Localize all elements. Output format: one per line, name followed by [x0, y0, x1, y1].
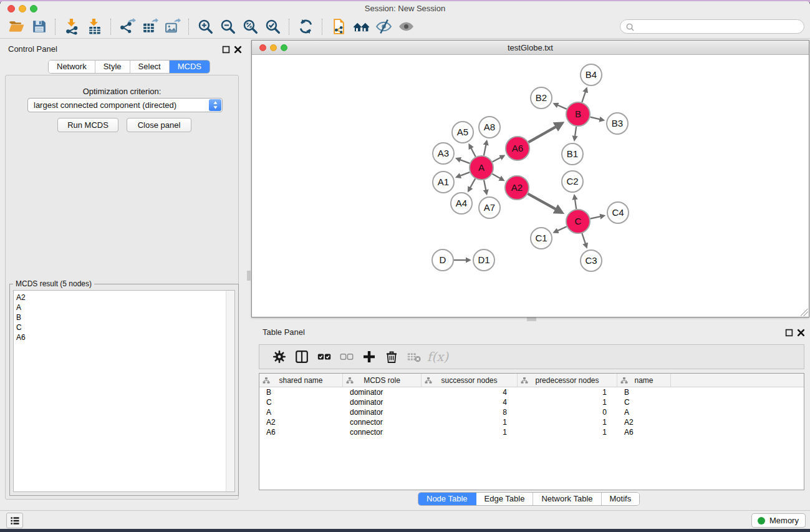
- edge-A-A8[interactable]: [484, 142, 487, 156]
- table-cell[interactable]: B: [617, 387, 671, 397]
- select-all-icon[interactable]: [313, 346, 335, 367]
- result-scrollbar[interactable]: [226, 291, 234, 491]
- table-cell[interactable]: 1: [518, 427, 617, 437]
- export-image-icon[interactable]: [161, 17, 183, 37]
- node-C1[interactable]: C1: [531, 228, 552, 249]
- node-A1[interactable]: A1: [433, 172, 454, 193]
- memory-button[interactable]: Memory: [751, 513, 806, 528]
- close-icon[interactable]: [797, 328, 805, 336]
- import-network-icon[interactable]: [60, 17, 83, 37]
- table-cell[interactable]: C: [617, 397, 671, 407]
- zoom-fit-icon[interactable]: [239, 17, 261, 37]
- table-row[interactable]: A2connector11A2: [259, 417, 804, 427]
- deselect-all-icon[interactable]: [335, 346, 358, 367]
- network-graph[interactable]: AA1A2A3A4A5A6A7A8BB1B2B3B4CC1C2C3C4DD1: [252, 55, 809, 317]
- node-B3[interactable]: B3: [607, 113, 628, 134]
- tab-motifs[interactable]: Motifs: [602, 493, 640, 505]
- node-A6[interactable]: A6: [506, 137, 529, 160]
- node-B4[interactable]: B4: [581, 64, 602, 85]
- edge-B-B4[interactable]: [582, 89, 586, 102]
- edge-C-C1[interactable]: [554, 226, 567, 232]
- float-icon[interactable]: [785, 328, 793, 336]
- vertical-splitter-handle[interactable]: [247, 271, 251, 281]
- result-list-item[interactable]: B: [14, 312, 234, 322]
- table-cell[interactable]: connector: [343, 427, 422, 437]
- edge-A6-B[interactable]: [528, 123, 562, 142]
- edge-C-C4[interactable]: [591, 216, 604, 219]
- houses-icon[interactable]: [350, 17, 372, 37]
- export-network-icon[interactable]: [116, 17, 138, 37]
- table-row[interactable]: Adominator80A: [259, 407, 804, 417]
- edge-A-A2[interactable]: [492, 174, 503, 180]
- float-icon[interactable]: [222, 45, 230, 53]
- edge-A-A1[interactable]: [457, 172, 470, 177]
- node-C4[interactable]: C4: [607, 202, 629, 223]
- search-input[interactable]: [637, 21, 799, 32]
- table-cell[interactable]: 1: [518, 387, 617, 397]
- edge-A-A7[interactable]: [484, 180, 486, 194]
- node-C2[interactable]: C2: [562, 171, 583, 192]
- split-panel-icon[interactable]: [291, 346, 313, 367]
- table-cell[interactable]: A: [617, 407, 671, 417]
- open-folder-icon[interactable]: [5, 17, 27, 37]
- table-cell[interactable]: 1: [518, 417, 617, 427]
- node-D[interactable]: D: [432, 249, 453, 271]
- column-header-MCDS-role[interactable]: MCDS role: [343, 374, 422, 387]
- column-header-predecessor-nodes[interactable]: predecessor nodes: [518, 374, 617, 387]
- edge-A2-C[interactable]: [528, 194, 562, 213]
- table-cell[interactable]: 1: [422, 417, 518, 427]
- node-D1[interactable]: D1: [473, 249, 494, 271]
- export-table-icon[interactable]: [138, 17, 161, 37]
- network-canvas[interactable]: AA1A2A3A4A5A6A7A8BB1B2B3B4CC1C2C3C4DD1: [252, 55, 809, 317]
- column-header-name[interactable]: name: [617, 374, 671, 387]
- node-B2[interactable]: B2: [531, 87, 552, 109]
- node-B1[interactable]: B1: [562, 143, 583, 165]
- edge-B-B1[interactable]: [574, 127, 576, 140]
- save-icon[interactable]: [27, 17, 50, 37]
- edge-C-C3[interactable]: [582, 233, 586, 247]
- close-icon[interactable]: [234, 45, 242, 53]
- table-cell[interactable]: 8: [422, 407, 518, 417]
- table-cell[interactable]: 0: [518, 407, 617, 417]
- node-A7[interactable]: A7: [479, 197, 500, 218]
- table-cell[interactable]: dominator: [343, 407, 422, 417]
- tab-style[interactable]: Style: [95, 60, 130, 73]
- run-mcds-button[interactable]: Run MCDS: [57, 118, 118, 132]
- result-list-item[interactable]: C: [14, 322, 234, 332]
- edge-B-B3[interactable]: [591, 117, 604, 120]
- tab-edge-table[interactable]: Edge Table: [476, 493, 534, 505]
- table-cell[interactable]: C: [259, 397, 343, 407]
- column-header-successor-nodes[interactable]: successor nodes: [422, 374, 518, 387]
- table-cell[interactable]: 4: [422, 387, 518, 397]
- edge-A-A4[interactable]: [468, 178, 475, 191]
- node-A3[interactable]: A3: [433, 143, 454, 164]
- criterion-dropdown[interactable]: largest connected component (directed): [27, 98, 223, 112]
- close-panel-button[interactable]: Close panel: [127, 118, 191, 132]
- table-cell[interactable]: A2: [617, 417, 671, 427]
- add-icon[interactable]: [358, 346, 380, 367]
- task-history-button[interactable]: [6, 513, 23, 528]
- table-cell[interactable]: A2: [259, 417, 343, 427]
- trash-icon[interactable]: [380, 346, 403, 367]
- table-row[interactable]: Cdominator41C: [259, 397, 804, 407]
- node-A2[interactable]: A2: [505, 176, 529, 200]
- table-row[interactable]: Bdominator41B: [259, 387, 804, 397]
- zoom-out-icon[interactable]: [216, 17, 239, 37]
- result-list-item[interactable]: A: [14, 302, 234, 312]
- node-B[interactable]: B: [566, 102, 590, 126]
- table-cell[interactable]: connector: [343, 417, 422, 427]
- table-cell[interactable]: dominator: [343, 387, 422, 397]
- tab-select[interactable]: Select: [130, 60, 170, 73]
- zoom-in-icon[interactable]: [194, 17, 216, 37]
- node-A8[interactable]: A8: [479, 117, 500, 138]
- table-cell[interactable]: 4: [422, 397, 518, 407]
- edge-A-A5[interactable]: [470, 145, 476, 157]
- refresh-icon[interactable]: [294, 17, 317, 37]
- zoom-selected-icon[interactable]: [261, 17, 284, 37]
- node-C3[interactable]: C3: [581, 250, 602, 271]
- node-A5[interactable]: A5: [452, 122, 473, 143]
- edge-C-C2[interactable]: [574, 196, 576, 209]
- tab-mcds[interactable]: MCDS: [170, 60, 210, 73]
- node-A4[interactable]: A4: [451, 193, 472, 214]
- result-list-item[interactable]: A2: [14, 293, 234, 302]
